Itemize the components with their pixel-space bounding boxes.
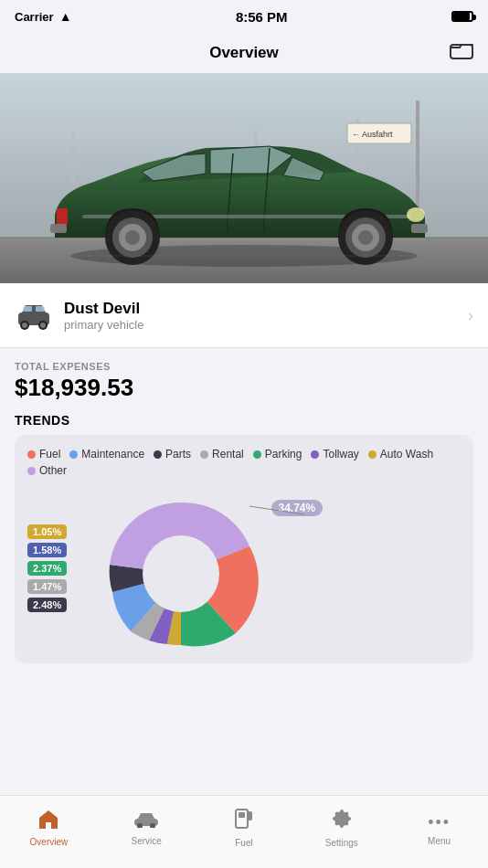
legend-item: Tollway (311, 448, 358, 460)
carrier-label: Carrier (15, 10, 54, 24)
vehicle-name: Dust Devil (64, 300, 468, 318)
svg-rect-36 (36, 306, 45, 312)
expenses-label: TOTAL EXPENSES (15, 361, 473, 372)
nav-label-service: Service (132, 836, 162, 846)
nav-item-service[interactable]: Service (98, 810, 196, 846)
legend-item: Fuel (27, 448, 60, 460)
vehicle-subtitle: primary vehicle (64, 318, 468, 332)
nav-item-overview[interactable]: Overview (0, 809, 98, 847)
chart-label-badge: 2.48% (27, 598, 67, 612)
svg-rect-29 (57, 208, 68, 225)
nav-label-overview: Overview (30, 837, 69, 847)
header: Overview (0, 33, 488, 73)
expenses-section: TOTAL EXPENSES $18,939.53 (0, 348, 488, 408)
vehicle-text: Dust Devil primary vehicle (64, 300, 468, 332)
svg-rect-48 (239, 812, 245, 818)
expenses-amount: $18,939.53 (15, 374, 473, 402)
legend-item: Other (27, 464, 67, 477)
car-icon (15, 296, 53, 334)
status-time: 8:56 PM (72, 9, 452, 25)
trends-section: TRENDS FuelMaintenancePartsRentalParking… (0, 408, 488, 663)
chart-label-badge: 1.58% (27, 543, 67, 557)
svg-point-27 (125, 230, 140, 245)
chart-label-badge: 2.37% (27, 561, 67, 576)
legend-item: Parts (154, 448, 191, 460)
nav-item-fuel[interactable]: Fuel (196, 808, 293, 848)
nav-icon-settings (331, 808, 353, 835)
svg-point-38 (22, 323, 27, 328)
trends-label: TRENDS (15, 413, 473, 428)
chevron-right-icon[interactable]: › (468, 306, 473, 325)
nav-icon-overview (37, 809, 59, 834)
svg-rect-49 (248, 811, 252, 820)
nav-icon-menu: ••• (428, 810, 451, 833)
nav-label-menu: Menu (428, 836, 451, 846)
svg-text:← Ausfahrt: ← Ausfahrt (352, 130, 393, 139)
nav-label-fuel: Fuel (235, 838, 252, 848)
svg-rect-31 (50, 224, 67, 233)
legend-item: Maintenance (69, 448, 144, 460)
chart-legend: FuelMaintenancePartsRentalParkingTollway… (27, 448, 461, 477)
donut-labels: 1.05%1.58%2.37%1.47%2.48% (27, 524, 67, 612)
legend-item: Parking (253, 448, 302, 460)
battery-icon (451, 11, 473, 22)
folder-icon[interactable] (450, 40, 473, 66)
nav-icon-service (133, 810, 159, 833)
nav-icon-fuel (234, 808, 254, 835)
nav-label-settings: Settings (325, 838, 358, 848)
legend-item: Auto Wash (368, 448, 433, 460)
status-bar: Carrier ▲ 8:56 PM (0, 0, 488, 33)
svg-point-42 (143, 535, 219, 612)
svg-rect-30 (411, 224, 428, 233)
nav-item-menu[interactable]: •••Menu (390, 810, 488, 846)
chart-label-badge: 1.47% (27, 579, 67, 594)
page-title: Overview (209, 44, 279, 62)
vehicle-info[interactable]: Dust Devil primary vehicle › (0, 283, 488, 348)
car-image: ← Ausfahrt (0, 73, 488, 283)
chart-label-badge: 1.05% (27, 524, 67, 539)
chart-area: 1.05%1.58%2.37%1.47%2.48% (27, 486, 461, 651)
svg-point-23 (358, 230, 373, 245)
wifi-icon: ▲ (59, 9, 72, 24)
donut-chart: 34.74% (76, 487, 259, 651)
legend-item: Rental (200, 448, 244, 460)
svg-point-28 (407, 207, 425, 222)
chart-card: FuelMaintenancePartsRentalParkingTollway… (15, 435, 473, 663)
nav-item-settings[interactable]: Settings (292, 808, 390, 848)
bottom-nav: OverviewServiceFuelSettings•••Menu (0, 795, 488, 868)
svg-rect-35 (23, 306, 32, 312)
svg-point-40 (40, 323, 46, 328)
main-percentage-label: 34.74% (271, 500, 324, 516)
